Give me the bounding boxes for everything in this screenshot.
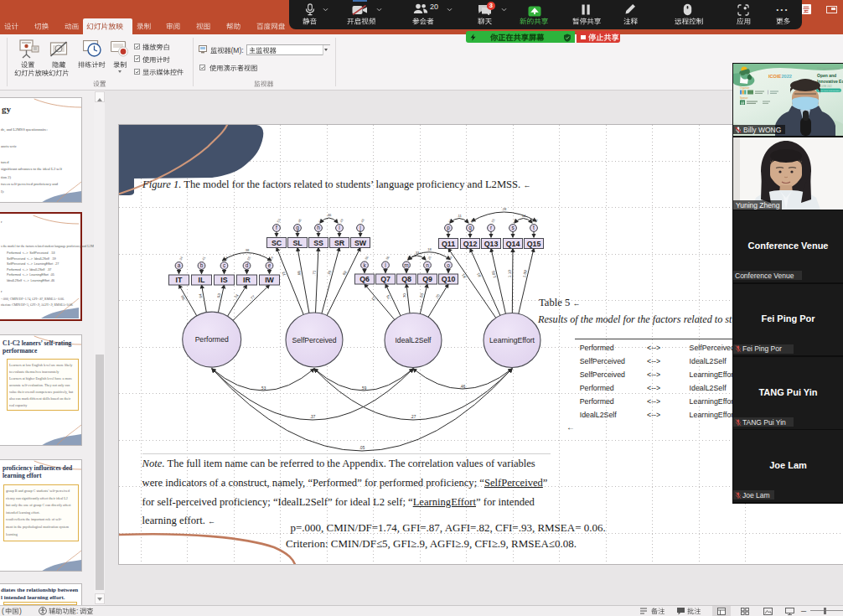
- svg-text:.70: .70: [434, 293, 441, 300]
- svg-text:.59: .59: [361, 386, 367, 391]
- svg-text:.71: .71: [312, 270, 316, 276]
- svg-text:Hong Kong Metropolitan: Hong Kong Metropolitan: [818, 90, 840, 92]
- svg-text:d: d: [246, 262, 249, 268]
- svg-text:p: p: [447, 225, 450, 231]
- svg-text:Q14: Q14: [506, 240, 520, 248]
- svg-text:.55: .55: [490, 217, 496, 224]
- svg-text:.46: .46: [297, 217, 303, 224]
- svg-text:Performed: Performed: [195, 335, 229, 344]
- svg-text:SL: SL: [292, 239, 303, 247]
- svg-text:.28: .28: [502, 207, 507, 211]
- svg-text:Q13: Q13: [484, 240, 499, 248]
- svg-text:.71: .71: [370, 295, 377, 302]
- svg-text:IR: IR: [243, 276, 251, 284]
- svg-text:.38: .38: [245, 248, 250, 252]
- svg-text:.56: .56: [385, 255, 390, 261]
- svg-text:b: b: [200, 262, 204, 268]
- svg-text:SC: SC: [272, 239, 282, 247]
- svg-text:.55: .55: [246, 255, 251, 261]
- svg-text:SelfPerceived: SelfPerceived: [292, 336, 336, 344]
- svg-text:.58: .58: [180, 294, 187, 301]
- svg-text:Q15: Q15: [527, 240, 541, 248]
- svg-text:IdealL2Self: IdealL2Self: [395, 336, 432, 344]
- svg-text:2022: 2022: [782, 74, 792, 79]
- svg-text:.53: .53: [216, 292, 221, 299]
- svg-text:IL: IL: [199, 276, 205, 284]
- svg-text:2022 International Conf: 2022 International Conf: [817, 67, 840, 70]
- svg-text:.74: .74: [233, 293, 240, 300]
- svg-text:.34: .34: [178, 255, 184, 261]
- svg-text:.46: .46: [460, 385, 466, 389]
- svg-text:IS: IS: [220, 276, 227, 284]
- svg-text:j: j: [359, 225, 360, 231]
- svg-text:m: m: [404, 262, 408, 268]
- svg-text:.11: .11: [457, 214, 462, 218]
- svg-text:.50: .50: [364, 255, 370, 261]
- svg-text:Q8: Q8: [401, 275, 411, 283]
- svg-text:SW: SW: [354, 239, 367, 247]
- svg-text:Q7: Q7: [380, 275, 390, 283]
- svg-text:.68: .68: [297, 270, 302, 277]
- svg-text:.64: .64: [198, 293, 203, 300]
- svg-text:Q12: Q12: [463, 240, 478, 248]
- svg-text:e: e: [268, 262, 272, 268]
- svg-text:.50: .50: [419, 292, 425, 299]
- svg-text:.41: .41: [200, 255, 206, 261]
- svg-text:IW: IW: [265, 276, 274, 284]
- svg-text:.70: .70: [402, 292, 407, 298]
- svg-text:.81: .81: [461, 272, 468, 279]
- svg-text:.37: .37: [310, 415, 316, 419]
- svg-text:n: n: [426, 262, 429, 268]
- svg-text:.53: .53: [261, 386, 266, 391]
- svg-text:Sponsor: Sponsor: [740, 96, 748, 100]
- svg-text:ICOIE: ICOIE: [768, 74, 781, 79]
- svg-text:IT: IT: [176, 276, 183, 284]
- svg-text:Q11: Q11: [442, 240, 455, 248]
- svg-text:a: a: [178, 262, 181, 268]
- svg-text:SR: SR: [334, 239, 345, 247]
- svg-text:.48: .48: [359, 217, 365, 224]
- svg-text:h: h: [317, 225, 320, 230]
- svg-text:.27: .27: [411, 415, 416, 419]
- svg-text:Q6: Q6: [359, 275, 370, 283]
- svg-text:o: o: [447, 262, 450, 268]
- svg-text:1.10: 1.10: [508, 270, 512, 277]
- svg-text:q: q: [468, 225, 472, 231]
- svg-text:Organiser: Organiser: [740, 86, 750, 90]
- svg-text:.05: .05: [359, 446, 365, 450]
- svg-text:i: i: [339, 225, 339, 230]
- svg-text:.59: .59: [268, 255, 274, 261]
- svg-text:t: t: [533, 225, 535, 230]
- svg-text:.70: .70: [327, 270, 333, 277]
- svg-text:SS: SS: [313, 239, 323, 247]
- svg-text:.25: .25: [427, 255, 432, 261]
- svg-text:.46: .46: [327, 213, 332, 217]
- svg-text:.77: .77: [249, 294, 256, 301]
- svg-text:g: g: [296, 225, 299, 231]
- svg-text:.53: .53: [276, 217, 282, 224]
- svg-text:f: f: [276, 225, 277, 230]
- svg-text:Q9: Q9: [422, 275, 432, 283]
- svg-text:LearningEffort: LearningEffort: [489, 336, 535, 344]
- svg-text:Open and: Open and: [817, 73, 836, 78]
- svg-text:Innovative Ed: Innovative Ed: [817, 79, 843, 84]
- svg-text:.49: .49: [339, 217, 344, 224]
- svg-text:.18: .18: [427, 247, 432, 251]
- svg-text:Q10: Q10: [442, 275, 456, 283]
